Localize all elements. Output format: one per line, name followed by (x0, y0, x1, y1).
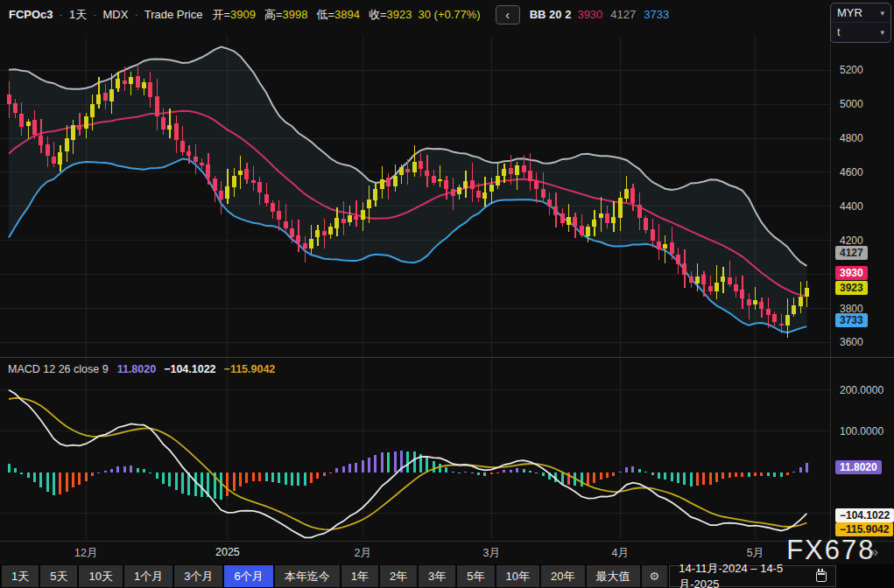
trading-chart-app: FCPOc3 · 1天 · MDX · Trade Price 开=3909高=… (0, 0, 894, 588)
gear-icon: ⚙ (650, 570, 660, 583)
range-button-1个月[interactable]: 1个月 (124, 565, 172, 587)
price-axis[interactable]: 52005000480046004400420038003600200.0000… (830, 0, 894, 541)
bb-indicator-title[interactable]: BB 20 2 (530, 8, 572, 21)
ohlc-value: 3998 (283, 8, 308, 21)
range-button-10年[interactable]: 10年 (496, 565, 539, 587)
range-buttons: 1天5天10天1个月3个月6个月本年迄今1年2年3年5年10年20年最大值 (2, 565, 640, 587)
price-tick-label: 4400 (840, 200, 863, 213)
currency-value: MYR (837, 6, 862, 19)
range-button-本年迄今[interactable]: 本年迄今 (275, 565, 340, 587)
price-tick-label: 4600 (840, 166, 863, 178)
range-button-1年[interactable]: 1年 (341, 565, 378, 587)
unit-value: t (837, 25, 841, 38)
price-tick-label: 3600 (840, 336, 863, 348)
range-button-最大值[interactable]: 最大值 (587, 565, 640, 587)
chart-settings-button[interactable]: ⚙ (642, 565, 668, 587)
macd-indicator-title[interactable]: MACD 12 26 close 9 (8, 363, 109, 375)
macd-hist-value: 11.8020 (835, 460, 882, 474)
macd-value: −104.1022 (164, 363, 215, 375)
symbol-name[interactable]: FCPOc3 (9, 8, 53, 21)
ohlc-value: 3909 (230, 8, 256, 21)
separator-dot: · (93, 8, 96, 21)
time-axis-label: 2月 (355, 546, 371, 561)
time-axis-label: 2025 (215, 546, 240, 558)
range-button-2年[interactable]: 2年 (380, 565, 417, 587)
axis-unit-panel: MYR ▾ t ▾ (830, 3, 891, 43)
ohlc-item: 开=3909 (212, 7, 256, 23)
chart-header: FCPOc3 · 1天 · MDX · Trade Price 开=3909高=… (0, 0, 835, 29)
chevron-down-icon: ▾ (880, 9, 884, 18)
price-tick-label: 5000 (840, 98, 863, 110)
ohlc-value: 3894 (334, 8, 360, 21)
bb-band-value: 3733 (644, 8, 669, 21)
ohlc-label: 开= (212, 8, 230, 21)
range-button-20年[interactable]: 20年 (541, 565, 584, 587)
chevron-down-icon: ▾ (880, 28, 884, 37)
ohlc-value: 3923 (387, 8, 412, 21)
change-value: 30 (+0.77%) (419, 8, 481, 21)
bb-lower-value: 3733 (835, 313, 868, 327)
range-button-5天[interactable]: 5天 (40, 565, 77, 587)
bb-upper-value: 4127 (835, 246, 868, 260)
bb-band-value: 3930 (577, 8, 602, 21)
ohlc-values: 开=3909高=3998低=3894收=3923 (212, 7, 412, 23)
macd-value: −115.9042 (224, 363, 276, 375)
separator-dot: · (60, 8, 63, 21)
ohlc-label: 低= (316, 8, 334, 21)
macd-indicator-values: 11.8020−104.1022−115.9042 (117, 363, 276, 375)
range-button-6个月[interactable]: 6个月 (224, 565, 272, 587)
price-and-macd-chart[interactable] (0, 0, 830, 541)
separator-dot: · (134, 8, 137, 21)
bb-band-value: 4127 (610, 8, 636, 21)
ohlc-label: 收= (369, 8, 387, 21)
macd-legend: MACD 12 26 close 9 11.8020−104.1022−115.… (8, 363, 275, 375)
range-toolbar: 1天5天10天1个月3个月6个月本年迄今1年2年3年5年10年20年最大值 ⚙ … (0, 564, 894, 588)
price-tick-label: 5200 (840, 64, 863, 76)
watermark-text: FX678 (786, 535, 875, 566)
ohlc-item: 高=3998 (264, 7, 308, 23)
range-button-3年[interactable]: 3年 (419, 565, 455, 587)
time-axis-label: 4月 (612, 546, 629, 561)
pane-divider[interactable] (0, 357, 894, 358)
macd-histogram-layer (8, 451, 808, 500)
time-axis-label: 5月 (747, 546, 764, 561)
range-button-3个月[interactable]: 3个月 (174, 565, 222, 587)
series-type-label: Trade Price (144, 8, 203, 21)
price-tick-label: 4800 (840, 132, 863, 144)
macd-value: 11.8020 (117, 363, 157, 375)
range-button-1天[interactable]: 1天 (2, 565, 39, 587)
time-axis-label: 12月 (74, 546, 97, 561)
date-range-picker[interactable]: 14-11月-2024 – 14-5月-2025 (669, 565, 836, 587)
chevron-left-icon: ‹ (505, 9, 510, 21)
watermark: FX678 » (786, 535, 880, 566)
price-tick-label: 4200 (840, 234, 863, 247)
bb-indicator-values: 393041273733 (577, 8, 669, 21)
unit-selector[interactable]: t ▾ (831, 22, 890, 41)
range-button-5年[interactable]: 5年 (457, 565, 494, 587)
double-chevron-right-icon: » (870, 543, 880, 561)
interval-selector[interactable]: 1天 (69, 7, 87, 23)
range-button-10天[interactable]: 10天 (79, 565, 122, 587)
collapse-legend-button[interactable]: ‹ (496, 5, 520, 24)
ohlc-label: 高= (264, 8, 283, 21)
time-axis-label: 3月 (483, 546, 500, 561)
last-price: 3923 (835, 281, 868, 295)
macd-line-value: −104.1022 (835, 508, 894, 522)
macd-tick-label: 100.0000 (840, 425, 883, 438)
calendar-icon (816, 571, 827, 582)
bb-mid-value: 3930 (835, 266, 868, 280)
ohlc-item: 收=3923 (369, 7, 412, 23)
exchange-label: MDX (103, 8, 129, 21)
currency-selector[interactable]: MYR ▾ (831, 4, 890, 22)
macd-tick-label: 200.0000 (840, 384, 883, 396)
ohlc-item: 低=3894 (316, 7, 360, 23)
